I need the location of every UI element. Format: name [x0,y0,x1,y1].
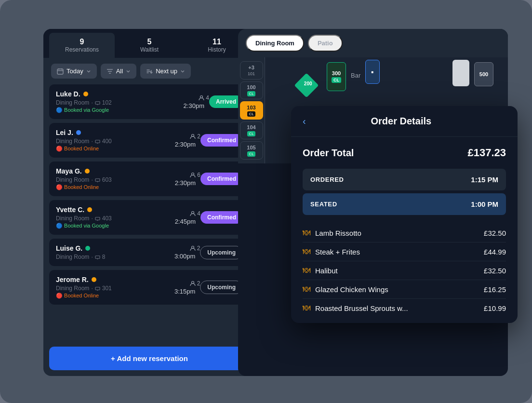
bar-label: Bar [351,72,360,79]
floor-sidebar: +3 101 100 CL 103 CL 104 CL 105 CL [238,57,265,163]
seated-row: SEATED 1:00 PM [303,193,506,215]
status-badge: Upcoming [200,281,243,294]
svg-rect-0 [57,69,63,74]
order-total-row: Order Total £137.23 [291,137,518,169]
status-dot [76,130,81,135]
tab-waitlist[interactable]: 5 Waitlist [117,33,182,58]
order-item: 🍽 Halibut £32.50 [303,261,506,280]
table-icon [95,216,100,221]
reservation-item[interactable]: Luise G. Dining Room · 8 2 3:0 [49,239,250,266]
sidebar-table-105[interactable]: 105 CL [240,141,263,160]
sidebar-table-103[interactable]: 103 CL [240,101,263,119]
svg-rect-13 [95,178,100,181]
order-items: 🍽 Lamb Rissotto £32.50 🍽 Steak + Frites … [291,218,518,323]
order-item: 🍽 Roasted Brussel Sprouts w... £10.99 [303,299,506,317]
order-header: ‹ Order Details [291,106,518,137]
reservation-item[interactable]: Jerome R. Dining Room · 301 🔴 Booked Onl… [49,270,250,305]
table-icon [95,286,100,291]
table-blue-1[interactable]: ■ [365,60,380,84]
sidebar-table-101[interactable]: +3 101 [240,61,263,80]
status-badge: Confirmed [200,134,243,147]
sidebar-table-100[interactable]: 100 CL [240,81,263,100]
order-item: 🍽 Lamb Rissotto £32.50 [303,224,506,242]
guests-icon [190,134,196,139]
back-button[interactable]: ‹ [303,116,306,127]
status-badge: Upcoming [200,246,243,259]
table-icon [95,100,100,106]
reservation-item[interactable]: Lei J. Dining Room · 400 🔴 Booked Online [49,123,250,158]
sidebar-table-104[interactable]: 104 CL [240,121,263,140]
food-icon: 🍽 [303,285,310,294]
food-icon: 🍽 [303,228,310,237]
floor-header: Dining Room Patio [238,29,508,57]
tab-patio[interactable]: Patio [308,35,343,52]
food-icon: 🍽 [303,304,310,312]
table-icon [95,139,100,144]
reservation-item[interactable]: Yvette C. Dining Room · 403 🔵 Booked via… [49,200,250,235]
food-icon: 🍽 [303,266,310,275]
svg-rect-22 [95,287,100,290]
table-icon [95,255,100,260]
order-total-label: Order Total [303,148,354,159]
status-dot [87,207,92,212]
reservation-list: Luke D. Dining Room · 102 🔵 Booked via G… [43,84,255,341]
filter-icon [106,68,113,75]
add-reservation-button[interactable]: + Add new reservation [49,347,250,370]
left-panel: 9 Reservations 5 Waitlist 11 History [43,29,255,376]
sort-icon [146,68,153,75]
table-200[interactable]: 200 [294,73,319,98]
status-dot [85,169,90,174]
table-white[interactable] [452,60,469,86]
filter-bar: Today All Next up [43,58,255,84]
svg-rect-19 [95,255,100,258]
table-300[interactable]: 300 CL [327,62,346,91]
order-times: ORDERED 1:15 PM SEATED 1:00 PM [291,169,518,215]
table-icon [95,177,100,183]
tab-bar: 9 Reservations 5 Waitlist 11 History [43,29,255,58]
ordered-row: ORDERED 1:15 PM [303,169,506,190]
calendar-icon [57,68,64,75]
svg-rect-7 [95,101,100,104]
tab-reservations[interactable]: 9 Reservations [49,33,115,58]
order-total-amount: £137.23 [467,147,506,159]
status-dot [92,277,96,282]
svg-rect-10 [95,140,100,143]
reservation-item[interactable]: Maya G. Dining Room · 603 🔴 Booked Onlin… [49,161,250,196]
status-badge: Confirmed [200,173,243,185]
status-badge: Confirmed [200,211,243,224]
status-dot [85,246,90,251]
guests-icon [190,172,196,178]
reservation-item[interactable]: Luke D. Dining Room · 102 🔵 Booked via G… [49,84,250,119]
screen: 9 Reservations 5 Waitlist 11 History [0,0,532,403]
section-filter[interactable]: All [101,64,136,79]
order-title: Order Details [314,116,489,127]
guests-icon [199,95,204,101]
svg-rect-16 [95,217,100,220]
sort-filter[interactable]: Next up [140,64,191,79]
tab-dining-room[interactable]: Dining Room [246,35,304,52]
order-details-panel: ‹ Order Details Order Total £137.23 ORDE… [291,106,518,323]
guests-icon [190,245,196,251]
order-item: 🍽 Glazed Chicken Wings £16.25 [303,280,506,299]
chevron-down-icon [126,69,131,74]
guests-icon [190,211,196,216]
guests-icon [190,281,196,286]
order-item: 🍽 Steak + Frites £44.99 [303,242,506,261]
table-500[interactable]: 500 [474,62,493,86]
date-filter[interactable]: Today [51,64,97,79]
food-icon: 🍽 [303,247,310,256]
status-dot [83,92,88,96]
chevron-down-icon [86,69,91,74]
chevron-down-icon [180,69,185,74]
